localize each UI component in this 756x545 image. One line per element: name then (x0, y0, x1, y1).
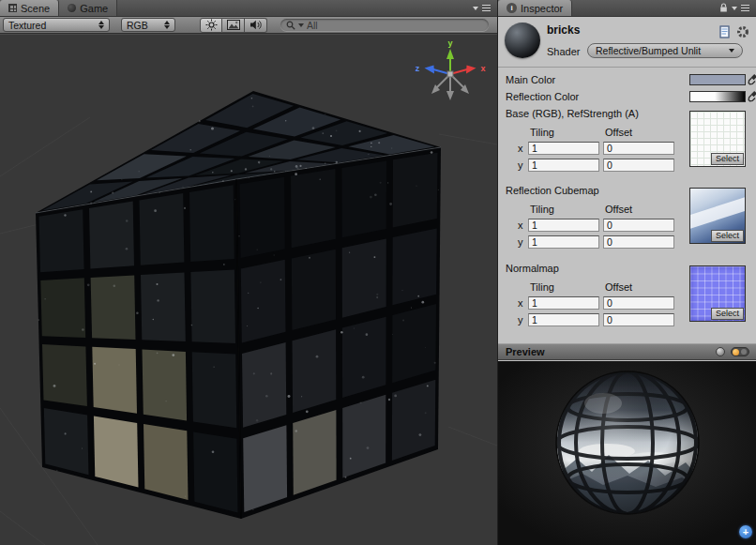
render-channels-dropdown[interactable]: RGB (121, 18, 175, 32)
material-properties: Main Color Reflection Color Base (RGB), … (498, 68, 756, 343)
base-y-offset-field[interactable] (603, 159, 674, 172)
cubemap-label: Reflection Cubemap (506, 185, 599, 196)
audio-toggle-button[interactable] (245, 18, 267, 33)
gear-icon[interactable] (736, 25, 749, 38)
reflection-color-row: Reflection Color (498, 91, 756, 104)
reflection-color-swatch[interactable] (689, 91, 746, 102)
help-doc-icon[interactable] (718, 25, 731, 38)
x-axis-label: x (518, 220, 523, 231)
inspector-pane-menu[interactable] (719, 0, 756, 16)
cubemap-thumbnail[interactable]: Select (689, 188, 746, 244)
normalmap-y-tiling-field[interactable] (528, 313, 599, 326)
lighting-toggle-button[interactable] (200, 18, 222, 33)
x-axis-label: x (518, 143, 523, 154)
info-icon: i (507, 3, 517, 13)
preview-header-icons (716, 347, 749, 356)
tab-scene[interactable]: Scene (0, 0, 59, 16)
skybox-toggle-button[interactable] (222, 18, 245, 33)
main-color-label: Main Color (506, 74, 555, 85)
cubemap-x-tiling-field[interactable] (528, 219, 599, 232)
search-filter-chevron-icon[interactable] (298, 23, 304, 27)
image-icon (227, 19, 240, 31)
material-name: bricks (547, 23, 580, 37)
tab-game[interactable]: Game (59, 0, 117, 16)
scene-pane: Scene Game Textured RGB (0, 0, 497, 545)
search-icon (286, 21, 295, 30)
menu-icon (482, 5, 491, 11)
preview-sphere-render (498, 361, 756, 545)
normalmap-y-offset-field[interactable] (603, 313, 674, 326)
y-axis-label: y (518, 236, 523, 248)
light-off-icon (741, 349, 747, 355)
unity-editor-window: Scene Game Textured RGB (0, 0, 756, 545)
cubemap-select-button[interactable]: Select (711, 230, 744, 242)
eyedropper-icon[interactable] (748, 73, 756, 85)
updown-arrows-icon (164, 21, 170, 29)
shader-dropdown-value: Reflective/Bumped Unlit (596, 45, 701, 56)
material-header: bricks Shader Reflective/Bumped Unlit (498, 17, 756, 68)
header-icons (718, 25, 749, 38)
base-texture-group: Base (RGB), RefStrength (A) Select Tilin… (498, 108, 756, 179)
normalmap-select-button[interactable]: Select (711, 308, 744, 320)
light-on-icon (733, 349, 739, 356)
game-icon (68, 4, 76, 12)
base-x-offset-field[interactable] (603, 142, 674, 155)
scene-viewport[interactable]: y x z (0, 35, 497, 545)
tab-inspector[interactable]: i Inspector (498, 0, 572, 16)
chevron-down-icon (729, 49, 734, 53)
cubemap-x-offset-field[interactable] (603, 219, 674, 232)
normalmap-texture-group: Normalmap Select Tiling Offset x y (498, 263, 756, 334)
gizmo-x-label[interactable]: x (480, 64, 485, 73)
y-axis-label: y (518, 314, 523, 325)
preview-shape-icon[interactable] (716, 347, 725, 356)
add-button[interactable]: + (739, 525, 752, 538)
material-preview-area[interactable]: + (498, 361, 756, 545)
reflection-color-label: Reflection Color (506, 91, 579, 102)
offset-header: Offset (605, 204, 632, 215)
scene-search-field[interactable] (280, 19, 489, 31)
scene-tabstrip: Scene Game (0, 0, 497, 17)
tiling-header: Tiling (530, 127, 554, 138)
gizmo-y-label[interactable]: y (447, 38, 452, 48)
main-color-row: Main Color (498, 74, 756, 87)
chevron-down-icon (732, 7, 737, 10)
scene-3d-render (0, 35, 497, 545)
main-color-swatch[interactable] (689, 74, 746, 85)
cubemap-texture-group: Reflection Cubemap Select Tiling Offset … (498, 185, 756, 256)
base-select-button[interactable]: Select (711, 153, 744, 165)
base-texture-thumbnail[interactable]: Select (689, 111, 746, 167)
lock-icon[interactable] (719, 3, 728, 13)
normalmap-thumbnail[interactable]: Select (689, 265, 746, 322)
eyedropper-icon[interactable] (748, 90, 756, 102)
normalmap-x-tiling-field[interactable] (528, 296, 599, 310)
speaker-icon (249, 19, 263, 31)
cubemap-y-tiling-field[interactable] (528, 235, 599, 249)
scene-toggle-group (200, 18, 267, 33)
offset-header: Offset (605, 127, 632, 138)
cubemap-y-offset-field[interactable] (603, 235, 674, 249)
gizmo-z-label[interactable]: z (416, 64, 420, 73)
draw-mode-label: Textured (8, 20, 46, 31)
orientation-gizmo[interactable]: y x z (411, 37, 491, 110)
base-texture-label: Base (RGB), RefStrength (A) (506, 108, 639, 119)
preview-light-toggle[interactable] (731, 347, 749, 356)
shader-label: Shader (547, 46, 580, 57)
tab-game-label: Game (80, 3, 108, 14)
search-input[interactable] (307, 20, 483, 31)
scene-pane-menu[interactable] (473, 0, 497, 16)
scene-grid-icon (8, 4, 17, 12)
tiling-header: Tiling (530, 204, 554, 215)
render-channels-label: RGB (127, 20, 148, 31)
preview-header[interactable]: Preview (498, 343, 756, 360)
y-axis-label: y (518, 159, 523, 171)
shader-dropdown[interactable]: Reflective/Bumped Unlit (587, 43, 743, 58)
preview-title: Preview (506, 346, 545, 357)
menu-icon (741, 5, 749, 11)
base-x-tiling-field[interactable] (528, 142, 599, 155)
draw-mode-dropdown[interactable]: Textured (3, 18, 110, 32)
tiling-header: Tiling (530, 281, 554, 293)
tab-scene-label: Scene (21, 3, 50, 14)
normalmap-x-offset-field[interactable] (603, 296, 674, 310)
x-axis-label: x (518, 297, 523, 309)
base-y-tiling-field[interactable] (528, 159, 599, 172)
